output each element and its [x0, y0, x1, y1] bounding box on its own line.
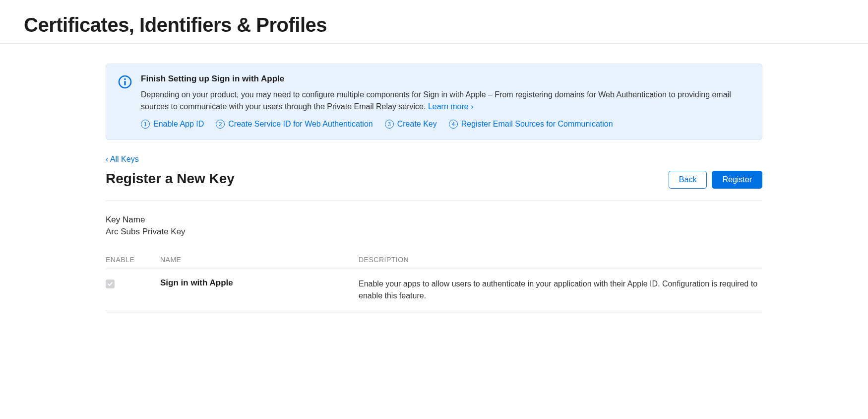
key-name-value: Arc Subs Private Key: [106, 227, 762, 237]
section-title: Register a New Key: [106, 171, 235, 187]
step-number-icon: 3: [385, 120, 394, 129]
services-table: ENABLE NAME DESCRIPTION Sign in with App…: [106, 251, 762, 311]
step-create-service-id[interactable]: 2 Create Service ID for Web Authenticati…: [216, 120, 372, 129]
step-number-icon: 4: [449, 120, 458, 129]
info-banner: Finish Setting up Sign in with Apple Dep…: [106, 64, 762, 140]
info-banner-description: Depending on your product, you may need …: [141, 89, 750, 113]
svg-point-1: [124, 78, 126, 80]
enable-checkbox[interactable]: [106, 279, 115, 288]
key-name-label: Key Name: [106, 215, 762, 225]
step-number-icon: 1: [141, 120, 150, 129]
info-banner-title: Finish Setting up Sign in with Apple: [141, 74, 750, 84]
step-number-icon: 2: [216, 120, 225, 129]
table-row: Sign in with Apple Enable your apps to a…: [106, 269, 762, 311]
step-register-email-sources[interactable]: 4 Register Email Sources for Communicati…: [449, 120, 613, 129]
service-name: Sign in with Apple: [160, 278, 359, 288]
back-button[interactable]: Back: [669, 171, 707, 189]
register-button[interactable]: Register: [712, 171, 762, 189]
service-description: Enable your apps to allow users to authe…: [359, 278, 762, 302]
svg-rect-2: [124, 81, 125, 85]
step-enable-app-id[interactable]: 1 Enable App ID: [141, 120, 204, 129]
table-header-enable: ENABLE: [106, 256, 160, 264]
table-header-description: DESCRIPTION: [359, 256, 762, 264]
table-header-name: NAME: [160, 256, 359, 264]
info-icon: [118, 75, 132, 89]
learn-more-link[interactable]: Learn more ›: [428, 102, 474, 111]
all-keys-link[interactable]: ‹ All Keys: [106, 155, 139, 164]
page-title: Certificates, Identifiers & Profiles: [24, 14, 844, 36]
step-create-key[interactable]: 3 Create Key: [385, 120, 437, 129]
